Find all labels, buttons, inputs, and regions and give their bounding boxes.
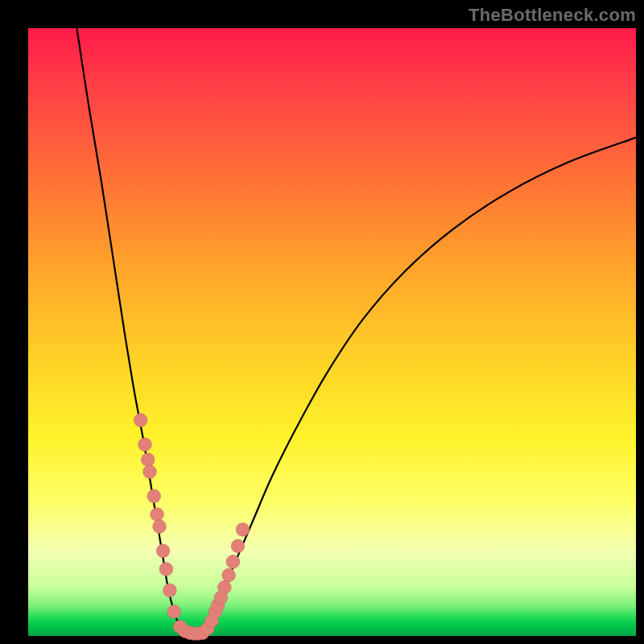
highlight-dot <box>167 605 181 619</box>
highlight-dot <box>159 563 173 576</box>
highlight-dot <box>153 520 167 534</box>
highlight-dot <box>226 555 240 569</box>
plot-area <box>28 28 636 636</box>
chart-svg <box>28 28 636 636</box>
highlight-dot <box>236 523 250 537</box>
highlight-dot <box>222 568 236 582</box>
curve-left-branch <box>76 28 186 633</box>
dots-group <box>134 414 249 641</box>
highlight-dot <box>147 489 161 503</box>
highlight-dot <box>151 508 164 522</box>
curves-group <box>76 28 636 634</box>
highlight-dot <box>156 544 170 558</box>
highlight-dot <box>231 539 245 553</box>
highlight-dot <box>163 584 177 597</box>
highlight-dot <box>143 465 157 479</box>
highlight-dot <box>141 453 155 467</box>
highlight-dot <box>138 438 152 452</box>
highlight-dot <box>218 580 232 594</box>
highlight-dot <box>134 414 147 427</box>
curve-right-branch <box>204 138 636 633</box>
watermark-text: TheBottleneck.com <box>469 5 636 26</box>
chart-frame: TheBottleneck.com <box>0 0 644 644</box>
